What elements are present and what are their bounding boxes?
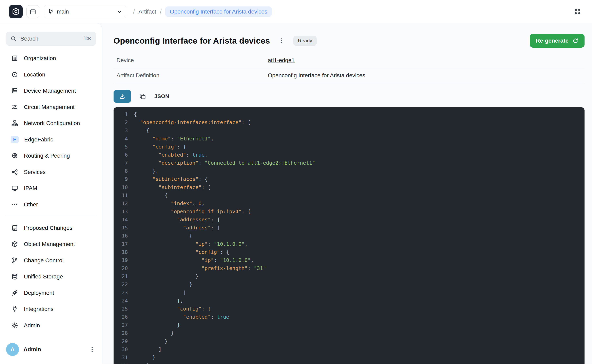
title-row: Openconfig Interface for Arista devices … [114, 34, 585, 47]
code-line-28: 28 } [115, 329, 584, 337]
branch-selector[interactable]: main [44, 5, 126, 18]
plug-icon [11, 306, 18, 312]
sidebar: Search ⌘K OrganizationLocationDevice Man… [0, 23, 102, 364]
copy-icon [139, 93, 146, 100]
main-content: Openconfig Interface for Arista devices … [102, 23, 592, 364]
sidebar-item-organization[interactable]: Organization [6, 50, 96, 67]
sidebar-item-label: Change Control [24, 257, 64, 264]
globe-icon [11, 152, 18, 159]
code-line-6: 6 "enabled": true, [115, 151, 584, 159]
sidebar-item-other[interactable]: Other [6, 196, 96, 213]
code-line-7: 7 "description": "Connected to atl1-edge… [115, 159, 584, 167]
sidebar-item-label: Object Management [24, 241, 75, 247]
code-line-29: 29 } [115, 337, 584, 345]
sidebar-item-circuit-management[interactable]: Circuit Management [6, 99, 96, 115]
code-line-11: 11 { [115, 191, 584, 199]
sidebar-item-label: Unified Storage [24, 273, 63, 280]
user-row[interactable]: A Admin [6, 341, 97, 358]
code-line-10: 10 "subinterface": [ [115, 183, 584, 191]
sidebar-nav-secondary: Proposed ChangesObject ManagementChange … [6, 220, 96, 334]
calendar-icon [29, 8, 36, 15]
code-viewer[interactable]: 1{2 "openconfig-interfaces:interface": [… [114, 107, 585, 364]
database-icon [11, 273, 18, 280]
title-menu-button[interactable] [276, 36, 287, 46]
chevron-down-icon [116, 9, 122, 15]
search-label: Search [20, 36, 83, 42]
download-button[interactable] [114, 90, 131, 103]
code-line-25: 25 "config": { [115, 305, 584, 313]
search-shortcut: ⌘K [83, 36, 92, 42]
code-line-3: 3 { [115, 127, 584, 135]
code-line-21: 21 } [115, 272, 584, 280]
user-name: Admin [23, 346, 87, 353]
sidebar-item-unified-storage[interactable]: Unified Storage [6, 269, 96, 285]
branch-name: main [57, 8, 116, 15]
topbar: main / Artifact / Openconfig Interface f… [0, 0, 592, 23]
device-link[interactable]: atl1-edge1 [268, 57, 295, 64]
sidebar-item-label: Location [24, 72, 45, 78]
field-row-artifact-definition: Artifact Definition Openconfig Interface… [114, 68, 585, 83]
sidebar-item-label: Device Management [24, 88, 76, 94]
code-line-14: 14 "addresses": { [115, 216, 584, 224]
kebab-menu-icon [89, 346, 95, 352]
sidebar-item-network-configuration[interactable]: Network Configuration [6, 115, 96, 131]
code-line-16: 16 { [115, 232, 584, 240]
code-line-4: 4 "name": "Ethernet1", [115, 135, 584, 143]
code-line-12: 12 "index": 0, [115, 199, 584, 208]
breadcrumb-item-artifact[interactable]: Artifact [138, 8, 156, 15]
monitor-icon [11, 185, 18, 192]
breadcrumb-separator: / [133, 8, 135, 15]
format-tab-json[interactable]: JSON [154, 93, 169, 99]
gear-icon [11, 322, 18, 329]
search-input[interactable]: Search ⌘K [6, 32, 96, 46]
apps-grid-icon [573, 7, 582, 16]
code-line-17: 17 "ip": "10.1.0.0", [115, 240, 584, 248]
sidebar-item-routing-peering[interactable]: Routing & Peering [6, 148, 96, 164]
sidebar-item-location[interactable]: Location [6, 66, 96, 83]
calendar-button[interactable] [27, 5, 39, 18]
code-line-32: 32 }, [115, 361, 584, 364]
sidebar-item-device-management[interactable]: Device Management [6, 83, 96, 99]
code-line-27: 27 } [115, 321, 584, 329]
user-menu-button[interactable] [87, 344, 97, 355]
viewer-toolbar: JSON [114, 90, 585, 103]
hexagon-logo-icon [12, 7, 20, 16]
server-icon [11, 87, 18, 94]
regenerate-button[interactable]: Re-generate [530, 34, 585, 47]
sidebar-item-label: EdgeFabric [24, 136, 53, 143]
sidebar-item-ipam[interactable]: IPAM [6, 180, 96, 196]
breadcrumb-separator: / [160, 8, 162, 15]
copy-button[interactable] [137, 91, 148, 102]
sidebar-item-deployment[interactable]: Deployment [6, 285, 96, 301]
sidebar-item-services[interactable]: Services [6, 164, 96, 180]
sidebar-item-label: IPAM [24, 185, 37, 191]
sidebar-nav-primary: OrganizationLocationDevice ManagementCir… [6, 50, 96, 213]
sidebar-divider [6, 215, 96, 215]
code-line-24: 24 }, [115, 297, 584, 305]
breadcrumb-item-current[interactable]: Openconfig Interface for Arista devices [165, 6, 272, 17]
code-line-5: 5 "config": { [115, 143, 584, 151]
sidebar-item-change-control[interactable]: Change Control [6, 253, 96, 269]
sidebar-item-label: Organization [24, 55, 56, 62]
rocket-icon [11, 290, 18, 296]
code-line-9: 9 "subinterfaces": { [115, 175, 584, 183]
sidebar-item-object-management[interactable]: Object Management [6, 236, 96, 253]
search-icon [11, 36, 17, 42]
code-line-15: 15 "address": [ [115, 224, 584, 232]
target-icon [11, 71, 18, 78]
circuit-icon [11, 104, 18, 110]
breadcrumb: / Artifact / Openconfig Interface for Ar… [133, 6, 272, 17]
building-icon [11, 55, 18, 62]
sidebar-item-proposed-changes[interactable]: Proposed Changes [6, 220, 96, 236]
sidebar-item-edgefabric[interactable]: EEdgeFabric [6, 131, 96, 148]
sidebar-item-integrations[interactable]: Integrations [6, 301, 96, 317]
edgefabric-badge-icon: E [11, 136, 18, 143]
sidebar-item-admin[interactable]: Admin [6, 317, 96, 334]
app-logo[interactable] [9, 5, 23, 18]
sidebar-item-label: Proposed Changes [24, 225, 72, 231]
apps-grid-button[interactable] [572, 6, 584, 18]
artifact-definition-link[interactable]: Openconfig Interface for Arista devices [268, 72, 365, 79]
sidebar-item-label: Deployment [24, 290, 54, 296]
download-icon [119, 93, 126, 99]
sidebar-item-label: Services [24, 169, 46, 175]
